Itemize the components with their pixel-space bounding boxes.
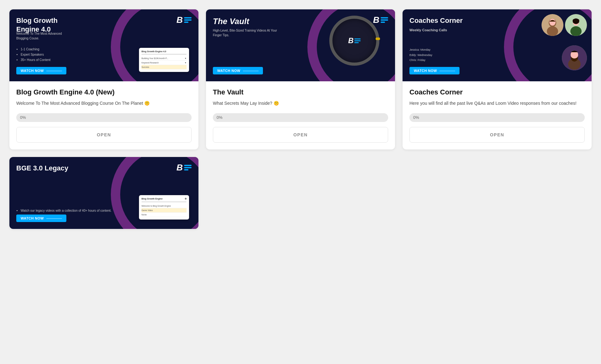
coach-avatar-2 xyxy=(565,14,587,36)
card-bge3: BGE 3.0 Legacy B Watch our legacy videos… xyxy=(9,157,198,229)
main-card-grid: Blog Growth Engine 4.0 B Welcome To The … xyxy=(9,9,592,149)
coach-avatar-3-svg xyxy=(562,45,587,70)
bottom-card-grid: BGE 3.0 Legacy B Watch our legacy videos… xyxy=(9,157,592,229)
bge3-logo: B xyxy=(177,163,192,173)
card-bge3-banner: BGE 3.0 Legacy B Watch our legacy videos… xyxy=(9,157,198,229)
vault-handle xyxy=(376,38,380,40)
mockup-row-2: Keyword Research▼ xyxy=(141,61,187,65)
vault-logo-line-1 xyxy=(381,17,388,18)
bge4-mockup: Blog Growth Engine 4.0 Building Your $10… xyxy=(139,48,189,72)
coach-avatar-3 xyxy=(562,45,587,70)
bge4-open-button[interactable]: OPEN xyxy=(16,127,192,143)
bge4-card-desc: Welcome To The Most Advanced Blogging Co… xyxy=(16,100,192,107)
card-vault-banner: The Vault B High-Level, Bite-Sized Train… xyxy=(206,9,395,81)
bge3-watch-button[interactable]: WATCH NOW xyxy=(16,215,66,222)
coaches-progress-container: 0% xyxy=(409,113,585,122)
bge3-mockup-row-3: Niche xyxy=(141,213,187,217)
card-bge4-banner: Blog Growth Engine 4.0 B Welcome To The … xyxy=(9,9,198,81)
bge3-mockup-gear: ⚙ xyxy=(185,198,187,200)
bge3-logo-line-3 xyxy=(184,169,188,170)
coaches-watch-button[interactable]: WATCH NOW xyxy=(409,67,460,74)
vault-progress-label: 0% xyxy=(217,115,223,120)
mockup-row-1: Building Your $10K/month P...▼ xyxy=(141,56,187,61)
card-bge4: Blog Growth Engine 4.0 B Welcome To The … xyxy=(9,9,198,149)
bge4-logo-lines xyxy=(184,17,192,23)
bge4-progress-label: 0% xyxy=(20,115,26,120)
coaches-info: Jessica: Monday Eddy: Wednesday Chris: F… xyxy=(409,47,432,63)
bge3-bullet-1: Watch our legacy videos with a collectio… xyxy=(21,208,111,213)
coach-eddy: Eddy: Wednesday xyxy=(409,53,432,58)
bge3-logo-line-1 xyxy=(184,165,192,166)
bge3-mockup-header: Blog Growth Engine ⚙ xyxy=(141,198,187,200)
coach-avatar-2-svg xyxy=(565,14,587,36)
vault-progress-bar: 0% xyxy=(213,113,388,122)
coaches-card-title: Coaches Corner xyxy=(409,88,585,96)
svg-point-5 xyxy=(570,26,582,36)
bge3-mockup-title: Blog Growth Engine xyxy=(141,198,162,200)
coach-avatar-1 xyxy=(542,14,563,36)
logo-line-3 xyxy=(184,22,188,23)
coaches-card-body: Coaches Corner Here you will find all th… xyxy=(403,81,592,107)
vault-logo-lines xyxy=(381,17,388,23)
bge3-mockup-row-2: Game Video xyxy=(141,208,187,213)
svg-point-2 xyxy=(547,26,558,36)
bge3-banner-title: BGE 3.0 Legacy xyxy=(16,164,68,173)
vault-inner-line-3 xyxy=(354,42,359,43)
card-vault: The Vault B High-Level, Bite-Sized Train… xyxy=(206,9,395,149)
bge4-banner-subtitle: Welcome To The Most Advanced Blogging Co… xyxy=(16,31,73,41)
bge3-banner-bullets: Watch our legacy videos with a collectio… xyxy=(16,208,111,213)
bge4-logo: B xyxy=(177,15,192,25)
bge4-card-body: Blog Growth Engine 4.0 (New) Welcome To … xyxy=(9,81,198,107)
bge3-mockup-row-1: Welcome to Blog Growth Engine xyxy=(141,204,187,208)
bge4-watch-button[interactable]: WATCH NOW xyxy=(16,67,66,74)
vault-logo: B xyxy=(373,15,388,25)
vault-inner-b: B xyxy=(348,36,353,45)
mockup-row-3: Success xyxy=(141,65,187,69)
coach-avatar-1-svg xyxy=(542,14,563,36)
vault-card-desc: What Secrets May Lay Inside? 🤫 xyxy=(213,100,388,107)
vault-card-body: The Vault What Secrets May Lay Inside? 🤫 xyxy=(206,81,395,107)
bge4-progress-container: 0% xyxy=(16,113,192,122)
vault-logo-line-3 xyxy=(381,22,385,23)
vault-card-title: The Vault xyxy=(213,88,388,96)
bge4-logo-b: B xyxy=(177,15,183,25)
bullet-3: 35+ Hours of Content xyxy=(21,57,50,63)
bge3-logo-b: B xyxy=(177,163,183,173)
vault-banner-title: The Vault xyxy=(213,16,249,27)
bge4-banner-bullets: 1-1 Coaching Expert Speakers 35+ Hours o… xyxy=(16,47,50,63)
logo-line-1 xyxy=(184,17,192,18)
coaches-banner-title: Coaches Corner xyxy=(409,16,463,25)
bge3-logo-lines xyxy=(184,165,192,170)
coaches-weekly-label: Weekly Coaching Calls xyxy=(409,28,447,32)
bullet-1: 1-1 Coaching xyxy=(21,47,50,52)
svg-point-3 xyxy=(549,19,556,26)
coaches-card-desc: Here you will find all the past live Q&A… xyxy=(409,100,585,107)
coaches-progress-label: 0% xyxy=(413,115,419,120)
bge4-banner-title: Blog Growth Engine 4.0 xyxy=(16,16,79,33)
coaches-open-button[interactable]: OPEN xyxy=(409,127,585,143)
vault-banner-subtitle: High-Level, Bite-Sized Training Videos A… xyxy=(213,28,282,38)
vault-inner-line-1 xyxy=(354,38,361,39)
vault-logo-inner: B xyxy=(348,36,360,45)
bullet-2: Expert Speakers xyxy=(21,52,50,57)
vault-logo-line-2 xyxy=(381,19,388,21)
vault-inner-line-2 xyxy=(354,40,361,41)
bge4-card-title: Blog Growth Engine 4.0 (New) xyxy=(16,88,192,96)
coach-chris: Chris: Friday xyxy=(409,58,432,63)
coach-jessica: Jessica: Monday xyxy=(409,47,432,52)
vault-watch-button[interactable]: WATCH NOW xyxy=(213,67,263,74)
logo-line-2 xyxy=(184,19,192,21)
vault-progress-container: 0% xyxy=(213,113,388,122)
vault-open-button[interactable]: OPEN xyxy=(213,127,388,143)
vault-inner-lines xyxy=(354,38,361,43)
mockup-header: Blog Growth Engine 4.0 xyxy=(141,50,187,53)
vault-logo-b: B xyxy=(373,15,379,25)
bge3-mockup-bar xyxy=(141,201,187,202)
card-coaches-banner: Coaches Corner Weekly Coaching Calls Jes… xyxy=(403,9,592,81)
mockup-progress-bar xyxy=(141,54,187,55)
bge3-logo-line-2 xyxy=(184,167,192,168)
card-coaches: Coaches Corner Weekly Coaching Calls Jes… xyxy=(403,9,592,149)
bge4-progress-bar: 0% xyxy=(16,113,192,122)
coaches-progress-bar: 0% xyxy=(409,113,585,122)
vault-door: B xyxy=(329,16,379,66)
